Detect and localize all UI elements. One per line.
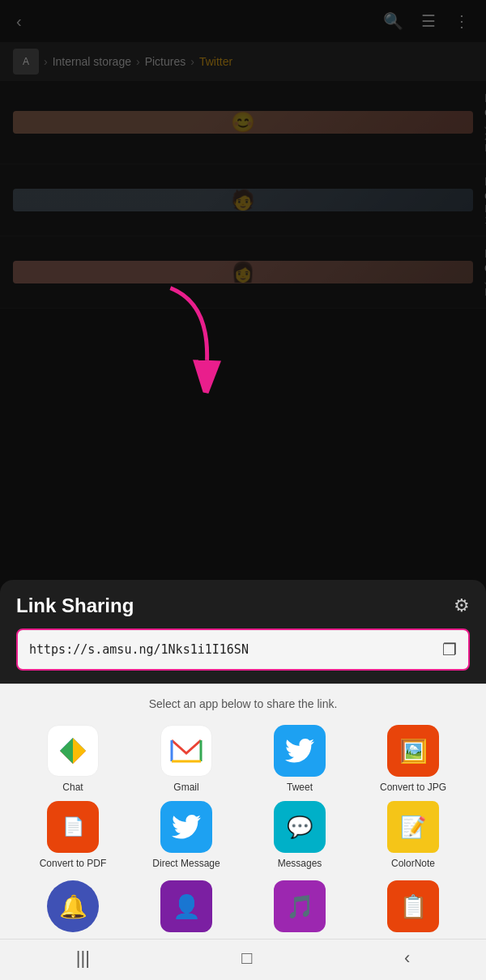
- gmail-icon: [160, 725, 212, 777]
- app-item-partial-3[interactable]: 🎵: [243, 880, 356, 932]
- file-thumbnail: 👩: [13, 261, 473, 283]
- app-label-direct-message: Direct Message: [152, 858, 220, 869]
- search-icon[interactable]: 🔍: [383, 11, 403, 31]
- file-thumbnail: 😊: [13, 111, 473, 134]
- convert-jpg-icon: 🖼️: [387, 725, 439, 777]
- bottom-nav: ||| □ ‹: [0, 939, 486, 980]
- recent-apps-button[interactable]: |||: [76, 948, 90, 969]
- app-grid: Chat Gmail: [16, 725, 470, 869]
- app-label-chat: Chat: [62, 782, 83, 793]
- app-item-colornote[interactable]: 📝 ColorNote: [356, 801, 470, 869]
- breadcrumb: A › Internal storage › Pictures › Twitte…: [0, 42, 486, 81]
- partial-app-row: 🔔 👤 🎵 📋: [16, 880, 470, 939]
- table-row[interactable]: 🧑 IMG_-clfv8.jpg Mar 3 12:16 AM 193 KB: [0, 164, 486, 236]
- partial-icon-2: 👤: [160, 880, 212, 932]
- app-label-convert-jpg: Convert to JPG: [380, 782, 446, 793]
- app-item-partial-4[interactable]: 📋: [356, 880, 470, 932]
- home-button[interactable]: □: [241, 948, 252, 969]
- messages-icon: 💬: [274, 801, 326, 853]
- app-share-panel: Select an app below to share the link. C…: [0, 684, 486, 939]
- app-item-partial-2[interactable]: 👤: [130, 880, 243, 932]
- app-item-partial-1[interactable]: 🔔: [16, 880, 130, 932]
- app-label-gmail: Gmail: [173, 782, 198, 793]
- active-folder-label[interactable]: Twitter: [199, 55, 232, 68]
- app-item-direct-message[interactable]: Direct Message: [130, 801, 243, 869]
- tweet-icon: [274, 725, 326, 777]
- table-row[interactable]: 👩 IMG_-dce1o….jpg Jun 25, 2022 9 PM 141 …: [0, 236, 486, 309]
- url-text: https://s.amsu.ng/1Nks1i1I16SN: [29, 642, 434, 657]
- app-item-convert-jpg[interactable]: 🖼️ Convert to JPG: [356, 725, 470, 793]
- more-icon[interactable]: ⋮: [454, 11, 470, 31]
- partial-icon-3: 🎵: [274, 880, 326, 932]
- url-box[interactable]: https://s.amsu.ng/1Nks1i1I16SN ❐: [16, 628, 470, 671]
- app-share-hint: Select an app below to share the link.: [16, 697, 470, 710]
- table-row[interactable]: 😊 IMG_-ci32uo.jpg Jun 25, 2022 9:09 PM 1…: [0, 81, 486, 164]
- partial-icon-4: 📋: [387, 880, 439, 932]
- app-label-colornote: ColorNote: [391, 858, 435, 869]
- copy-icon[interactable]: ❐: [442, 640, 457, 659]
- sep-2: ›: [136, 55, 140, 68]
- convert-pdf-icon: 📄: [47, 801, 99, 853]
- link-sharing-header: Link Sharing ⚙: [16, 594, 470, 617]
- app-item-convert-pdf[interactable]: 📄 Convert to PDF: [16, 801, 130, 869]
- app-item-messages[interactable]: 💬 Messages: [243, 801, 356, 869]
- app-label-convert-pdf: Convert to PDF: [40, 858, 107, 869]
- app-item-tweet[interactable]: Tweet: [243, 725, 356, 793]
- app-item-gmail[interactable]: Gmail: [130, 725, 243, 793]
- app-label-tweet: Tweet: [287, 782, 313, 793]
- direct-message-icon: [160, 801, 212, 853]
- back-icon[interactable]: ‹: [16, 12, 22, 31]
- top-bar: ‹ 🔍 ☰ ⋮: [0, 0, 486, 42]
- avatar: A: [13, 49, 39, 75]
- storage-label[interactable]: Internal storage: [53, 55, 131, 68]
- link-sharing-panel: Link Sharing ⚙ https://s.amsu.ng/1Nks1i1…: [0, 580, 486, 684]
- pictures-label[interactable]: Pictures: [145, 55, 186, 68]
- file-thumbnail: 🧑: [13, 189, 473, 211]
- chat-icon: [47, 725, 99, 777]
- file-list: 😊 IMG_-ci32uo.jpg Jun 25, 2022 9:09 PM 1…: [0, 81, 486, 309]
- app-item-chat[interactable]: Chat: [16, 725, 130, 793]
- app-label-messages: Messages: [278, 858, 322, 869]
- list-icon[interactable]: ☰: [421, 11, 436, 31]
- sep-3: ›: [190, 55, 194, 68]
- gear-icon[interactable]: ⚙: [454, 595, 470, 616]
- colornote-icon: 📝: [387, 801, 439, 853]
- sep-1: ›: [44, 55, 48, 68]
- bottom-sheet: Link Sharing ⚙ https://s.amsu.ng/1Nks1i1…: [0, 580, 486, 980]
- partial-icon-1: 🔔: [47, 880, 99, 932]
- link-sharing-title: Link Sharing: [16, 594, 134, 617]
- back-button[interactable]: ‹: [404, 948, 410, 969]
